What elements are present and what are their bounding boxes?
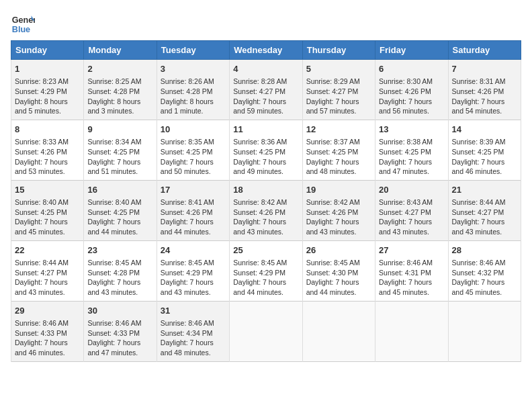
- sunset-label: Sunset: 4:25 PM: [161, 148, 213, 156]
- sunrise-label: Sunrise: 8:35 AM: [161, 138, 214, 146]
- daylight-label: Daylight: 7 hours and 57 minutes.: [306, 97, 359, 116]
- daylight-label: Daylight: 7 hours and 46 minutes.: [15, 338, 68, 357]
- day-of-week-header: Tuesday: [157, 41, 229, 60]
- sunset-label: Sunset: 4:27 PM: [233, 87, 285, 95]
- calendar-cell: 31 Sunrise: 8:46 AM Sunset: 4:34 PM Dayl…: [157, 301, 229, 361]
- daylight-label: Daylight: 8 hours and 3 minutes.: [87, 97, 140, 116]
- day-number: 5: [306, 63, 371, 75]
- day-number: 30: [87, 305, 152, 317]
- calendar-cell: [448, 301, 521, 361]
- daylight-label: Daylight: 7 hours and 43 minutes.: [15, 278, 68, 296]
- sunrise-label: Sunrise: 8:28 AM: [233, 77, 287, 85]
- sunrise-label: Sunrise: 8:46 AM: [452, 259, 506, 267]
- sunrise-label: Sunrise: 8:23 AM: [15, 77, 69, 85]
- daylight-label: Daylight: 7 hours and 56 minutes.: [379, 97, 432, 116]
- calendar-cell: [230, 301, 302, 361]
- sunset-label: Sunset: 4:25 PM: [15, 208, 67, 216]
- sunset-label: Sunset: 4:25 PM: [87, 148, 140, 156]
- daylight-label: Daylight: 8 hours and 5 minutes.: [15, 97, 68, 116]
- sunrise-label: Sunrise: 8:41 AM: [161, 198, 214, 206]
- calendar-cell: 17 Sunrise: 8:41 AM Sunset: 4:26 PM Dayl…: [157, 180, 229, 240]
- daylight-label: Daylight: 7 hours and 53 minutes.: [15, 158, 68, 176]
- daylight-label: Daylight: 7 hours and 59 minutes.: [233, 97, 286, 116]
- calendar-cell: [375, 301, 448, 361]
- day-number: 14: [452, 124, 517, 136]
- daylight-label: Daylight: 7 hours and 44 minutes.: [161, 218, 214, 236]
- sunset-label: Sunset: 4:25 PM: [233, 148, 285, 156]
- daylight-label: Daylight: 7 hours and 49 minutes.: [233, 158, 286, 176]
- day-number: 18: [233, 184, 298, 196]
- daylight-label: Daylight: 7 hours and 45 minutes.: [379, 278, 432, 296]
- sunrise-label: Sunrise: 8:29 AM: [306, 77, 360, 85]
- calendar-cell: 23 Sunrise: 8:45 AM Sunset: 4:28 PM Dayl…: [84, 240, 157, 301]
- day-number: 10: [161, 124, 226, 136]
- day-number: 21: [452, 184, 517, 196]
- daylight-label: Daylight: 7 hours and 43 minutes.: [161, 278, 214, 296]
- calendar-cell: 25 Sunrise: 8:45 AM Sunset: 4:29 PM Dayl…: [230, 240, 302, 301]
- sunset-label: Sunset: 4:33 PM: [87, 329, 140, 337]
- daylight-label: Daylight: 7 hours and 44 minutes.: [306, 278, 359, 296]
- day-number: 31: [161, 305, 226, 317]
- page-header: General Blue: [11, 11, 521, 35]
- sunset-label: Sunset: 4:26 PM: [452, 87, 504, 95]
- calendar-cell: 14 Sunrise: 8:39 AM Sunset: 4:25 PM Dayl…: [448, 120, 521, 180]
- daylight-label: Daylight: 7 hours and 46 minutes.: [452, 158, 505, 176]
- daylight-label: Daylight: 7 hours and 43 minutes.: [452, 218, 505, 236]
- daylight-label: Daylight: 7 hours and 44 minutes.: [87, 218, 140, 236]
- sunset-label: Sunset: 4:34 PM: [161, 329, 213, 337]
- sunrise-label: Sunrise: 8:31 AM: [452, 77, 506, 85]
- sunset-label: Sunset: 4:33 PM: [15, 329, 67, 337]
- sunset-label: Sunset: 4:29 PM: [15, 87, 67, 95]
- sunset-label: Sunset: 4:25 PM: [379, 148, 431, 156]
- sunrise-label: Sunrise: 8:45 AM: [161, 259, 214, 267]
- sunrise-label: Sunrise: 8:45 AM: [87, 259, 141, 267]
- sunset-label: Sunset: 4:26 PM: [306, 208, 359, 216]
- daylight-label: Daylight: 7 hours and 50 minutes.: [161, 158, 214, 176]
- sunrise-label: Sunrise: 8:46 AM: [161, 319, 214, 327]
- sunset-label: Sunset: 4:30 PM: [306, 269, 359, 277]
- calendar-cell: 15 Sunrise: 8:40 AM Sunset: 4:25 PM Dayl…: [11, 180, 84, 240]
- day-number: 1: [15, 63, 80, 75]
- sunset-label: Sunset: 4:29 PM: [161, 269, 213, 277]
- sunset-label: Sunset: 4:29 PM: [233, 269, 285, 277]
- sunset-label: Sunset: 4:27 PM: [15, 269, 67, 277]
- calendar-week-row: 8 Sunrise: 8:33 AM Sunset: 4:26 PM Dayli…: [11, 120, 521, 180]
- calendar-table: SundayMondayTuesdayWednesdayThursdayFrid…: [11, 40, 521, 362]
- daylight-label: Daylight: 7 hours and 51 minutes.: [87, 158, 140, 176]
- calendar-cell: 12 Sunrise: 8:37 AM Sunset: 4:25 PM Dayl…: [302, 120, 375, 180]
- day-number: 28: [452, 244, 517, 257]
- sunset-label: Sunset: 4:28 PM: [87, 269, 140, 277]
- calendar-week-row: 22 Sunrise: 8:44 AM Sunset: 4:27 PM Dayl…: [11, 240, 521, 301]
- sunrise-label: Sunrise: 8:38 AM: [379, 138, 433, 146]
- sunrise-label: Sunrise: 8:39 AM: [452, 138, 506, 146]
- daylight-label: Daylight: 7 hours and 47 minutes.: [379, 158, 432, 176]
- day-number: 8: [15, 124, 80, 136]
- day-number: 22: [15, 244, 80, 257]
- day-number: 25: [233, 244, 298, 257]
- calendar-cell: 4 Sunrise: 8:28 AM Sunset: 4:27 PM Dayli…: [230, 60, 302, 120]
- daylight-label: Daylight: 7 hours and 43 minutes.: [233, 218, 286, 236]
- day-number: 11: [233, 124, 298, 136]
- day-number: 27: [379, 244, 444, 257]
- calendar-cell: 18 Sunrise: 8:42 AM Sunset: 4:26 PM Dayl…: [230, 180, 302, 240]
- sunset-label: Sunset: 4:25 PM: [306, 148, 359, 156]
- calendar-week-row: 29 Sunrise: 8:46 AM Sunset: 4:33 PM Dayl…: [11, 301, 521, 361]
- sunset-label: Sunset: 4:25 PM: [452, 148, 504, 156]
- daylight-label: Daylight: 7 hours and 47 minutes.: [87, 338, 140, 357]
- calendar-cell: [302, 301, 375, 361]
- calendar-cell: 5 Sunrise: 8:29 AM Sunset: 4:27 PM Dayli…: [302, 60, 375, 120]
- day-number: 4: [233, 63, 298, 75]
- sunset-label: Sunset: 4:31 PM: [379, 269, 431, 277]
- daylight-label: Daylight: 7 hours and 44 minutes.: [233, 278, 286, 296]
- sunset-label: Sunset: 4:28 PM: [87, 87, 140, 95]
- sunset-label: Sunset: 4:27 PM: [306, 87, 359, 95]
- sunrise-label: Sunrise: 8:40 AM: [15, 198, 69, 206]
- sunset-label: Sunset: 4:26 PM: [379, 87, 431, 95]
- daylight-label: Daylight: 7 hours and 43 minutes.: [87, 278, 140, 296]
- sunrise-label: Sunrise: 8:30 AM: [379, 77, 433, 85]
- calendar-cell: 11 Sunrise: 8:36 AM Sunset: 4:25 PM Dayl…: [230, 120, 302, 180]
- day-number: 2: [87, 63, 152, 75]
- day-of-week-header: Wednesday: [230, 41, 302, 60]
- day-number: 24: [161, 244, 226, 257]
- calendar-cell: 24 Sunrise: 8:45 AM Sunset: 4:29 PM Dayl…: [157, 240, 229, 301]
